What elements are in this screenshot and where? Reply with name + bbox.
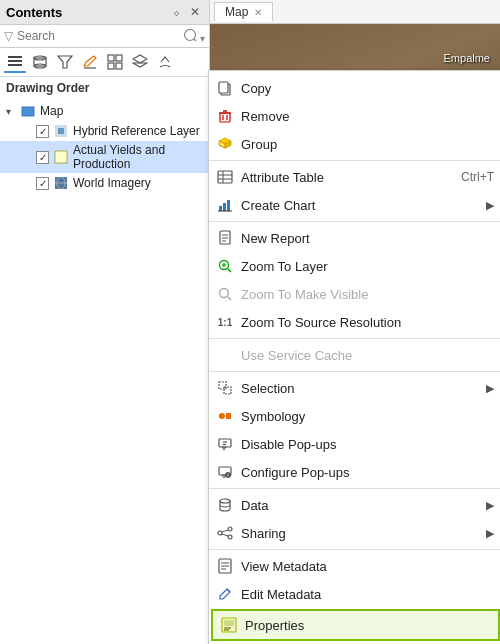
properties-icon — [219, 615, 239, 635]
svg-marker-15 — [133, 63, 147, 67]
edit-icon[interactable] — [79, 51, 101, 73]
cylinder-icon[interactable] — [29, 51, 51, 73]
layer-item-actual[interactable]: ✓ Actual Yields and Production — [0, 141, 209, 173]
layer-item-world[interactable]: ✓ World Imagery — [0, 173, 209, 193]
menu-item-zoom-source[interactable]: 1:1 Zoom To Source Resolution — [209, 308, 500, 336]
layer-item-hybrid[interactable]: ✓ Hybrid Reference Layer — [0, 121, 209, 141]
svg-rect-10 — [108, 55, 114, 61]
svg-marker-59 — [222, 447, 226, 450]
menu-item-properties[interactable]: Properties — [211, 609, 500, 641]
menu-item-configure-popups[interactable]: Configure Pop-ups — [209, 458, 500, 486]
svg-rect-41 — [223, 203, 226, 211]
sharing-icon — [215, 523, 235, 543]
symbology-icon — [215, 406, 235, 426]
table-icon — [215, 167, 235, 187]
view-metadata-icon — [215, 556, 235, 576]
menu-item-new-report[interactable]: New Report — [209, 224, 500, 252]
service-cache-spacer — [215, 345, 235, 365]
menu-item-remove[interactable]: Remove — [209, 102, 500, 130]
svg-line-72 — [222, 534, 228, 536]
checkbox-actual[interactable]: ✓ — [36, 151, 49, 164]
svg-point-70 — [228, 535, 232, 539]
zoom-source-icon: 1:1 — [215, 312, 235, 332]
menu-view-metadata-label: View Metadata — [241, 559, 494, 574]
menu-zoom-source-label: Zoom To Source Resolution — [241, 315, 494, 330]
layer-name-actual: Actual Yields and Production — [73, 143, 205, 171]
menu-copy-label: Copy — [241, 81, 494, 96]
svg-rect-26 — [219, 82, 228, 93]
menu-item-group[interactable]: Group — [209, 130, 500, 158]
map-tab[interactable]: Map ✕ — [214, 2, 273, 21]
menu-item-zoom-layer[interactable]: Zoom To Layer — [209, 252, 500, 280]
menu-item-sharing[interactable]: Sharing ▶ — [209, 519, 500, 547]
svg-rect-3 — [8, 60, 22, 62]
copy-icon — [215, 78, 235, 98]
menu-item-data[interactable]: Data ▶ — [209, 491, 500, 519]
grid-icon[interactable] — [104, 51, 126, 73]
selection-arrow: ▶ — [486, 382, 494, 395]
map-tab-bar: Map ✕ — [210, 0, 500, 24]
svg-rect-16 — [22, 107, 34, 116]
svg-rect-40 — [219, 206, 222, 211]
search-bar: ▽ ▾ — [0, 25, 209, 48]
svg-point-52 — [220, 289, 229, 298]
menu-item-selection[interactable]: Selection ▶ — [209, 374, 500, 402]
map-tab-close-icon[interactable]: ✕ — [254, 7, 262, 18]
menu-item-create-chart[interactable]: Create Chart ▶ — [209, 191, 500, 219]
svg-line-53 — [228, 297, 231, 300]
svg-rect-13 — [116, 63, 122, 69]
remove-icon — [215, 106, 235, 126]
sharing-arrow: ▶ — [486, 527, 494, 540]
filter-list-icon[interactable] — [54, 51, 76, 73]
svg-marker-14 — [133, 55, 147, 63]
add-layer-icon[interactable] — [129, 51, 151, 73]
list-view-icon[interactable] — [4, 51, 26, 73]
menu-zoom-make-label: Zoom To Make Visible — [241, 287, 494, 302]
menu-disable-popups-label: Disable Pop-ups — [241, 437, 494, 452]
world-layer-icon — [53, 175, 69, 191]
svg-rect-55 — [224, 387, 231, 394]
menu-item-service-cache: Use Service Cache — [209, 341, 500, 369]
toolbar-row — [0, 48, 209, 77]
svg-rect-42 — [227, 200, 230, 211]
map-tab-label: Map — [225, 5, 248, 19]
menu-item-view-metadata[interactable]: View Metadata — [209, 552, 500, 580]
close-icon[interactable]: ✕ — [187, 4, 203, 20]
separator-2 — [209, 221, 500, 222]
map-place-label: Empalme — [444, 52, 490, 64]
create-chart-arrow: ▶ — [486, 199, 494, 212]
zoom-make-icon — [215, 284, 235, 304]
svg-rect-58 — [219, 439, 231, 447]
menu-item-copy[interactable]: Copy — [209, 74, 500, 102]
svg-point-56 — [219, 413, 225, 419]
svg-rect-79 — [224, 620, 234, 626]
svg-marker-8 — [58, 56, 72, 68]
svg-line-1 — [194, 39, 196, 41]
expand-map-icon[interactable]: ▾ — [6, 106, 20, 117]
svg-rect-54 — [219, 382, 226, 389]
disable-popups-icon — [215, 434, 235, 454]
checkbox-world[interactable]: ✓ — [36, 177, 49, 190]
search-options-icon[interactable]: ▾ — [183, 28, 205, 44]
menu-item-symbology[interactable]: Symbology — [209, 402, 500, 430]
svg-line-49 — [228, 269, 231, 272]
svg-point-67 — [220, 499, 230, 503]
group-icon — [215, 134, 235, 154]
svg-point-69 — [218, 531, 222, 535]
menu-group-label: Group — [241, 137, 494, 152]
menu-item-edit-metadata[interactable]: Edit Metadata — [209, 580, 500, 608]
menu-item-attribute-table[interactable]: Attribute Table Ctrl+T — [209, 163, 500, 191]
layer-item-map[interactable]: ▾ Map — [0, 101, 209, 121]
contents-panel: Contents ⬦ ✕ ▽ ▾ — [0, 0, 210, 644]
checkbox-hybrid[interactable]: ✓ — [36, 125, 49, 138]
menu-attribute-table-label: Attribute Table — [241, 170, 441, 185]
panel-title: Contents — [6, 5, 62, 20]
svg-line-77 — [227, 589, 230, 592]
menu-selection-label: Selection — [241, 381, 486, 396]
svg-rect-19 — [58, 128, 64, 134]
menu-item-disable-popups[interactable]: Disable Pop-ups — [209, 430, 500, 458]
data-icon — [215, 495, 235, 515]
search-input[interactable] — [17, 29, 183, 43]
sketch-icon[interactable] — [154, 51, 176, 73]
pin-icon[interactable]: ⬦ — [170, 4, 183, 20]
